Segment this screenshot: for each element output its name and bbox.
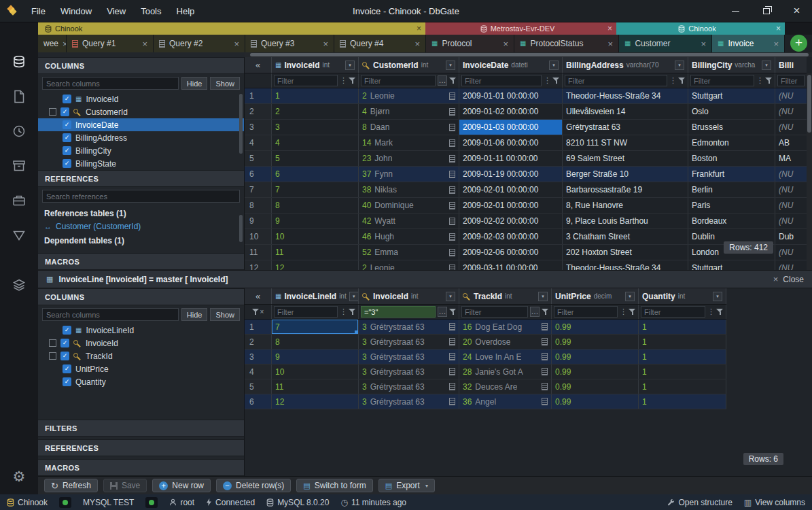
menu-file[interactable]: File <box>24 6 53 16</box>
search-references-input[interactable] <box>42 190 240 203</box>
column-header-invoicedate[interactable]: InvoiceDatedateti▾ <box>459 57 563 73</box>
table-row[interactable]: 5 11 3Grétrystraat 63 32Deuces Are 0.99 … <box>245 379 726 394</box>
checkbox-checked[interactable]: ✓ <box>60 352 69 360</box>
cell-invoicelineid-selected[interactable]: 7 <box>272 320 359 334</box>
cell-billingcity[interactable]: Edmonton <box>688 135 775 150</box>
cell-customerid[interactable]: 52Emma <box>359 245 459 260</box>
menu-window[interactable]: Window <box>53 6 99 16</box>
cell-billingaddress[interactable]: Barbarossastraße 19 <box>563 182 688 197</box>
cell-billingstate[interactable]: (NU <box>775 214 807 228</box>
refresh-button[interactable]: ↻Refresh <box>44 479 98 492</box>
collapse-grid-button[interactable]: « <box>245 288 272 304</box>
cell-billingaddress[interactable]: Berger Straße 10 <box>563 167 688 182</box>
clear-filters-button[interactable]: × <box>245 305 272 319</box>
lookup-button[interactable]: … <box>530 307 540 317</box>
cell-customerid[interactable]: 8Daan <box>359 120 459 135</box>
column-header-billingaddress[interactable]: BillingAddressvarchar(70▾ <box>563 57 688 73</box>
show-button[interactable]: Show <box>210 308 240 321</box>
row-number[interactable]: 5 <box>245 151 272 166</box>
filter-input[interactable] <box>461 75 542 86</box>
close-tab-icon[interactable]: × <box>701 39 706 49</box>
cell-customerid[interactable]: 46Hugh <box>359 229 459 244</box>
cell-invoiceid[interactable]: 1 <box>272 88 359 103</box>
column-menu-button[interactable]: ▾ <box>675 61 684 70</box>
funnel-icon[interactable] <box>349 308 356 316</box>
table-row[interactable]: 4 4 14Mark 2009-01-06 00:00:00 8210 111 … <box>245 135 807 151</box>
close-detail-button[interactable]: ×Close <box>773 274 804 284</box>
column-header-customerid[interactable]: CustomerIdint▾ <box>359 57 459 73</box>
cell-invoiceid[interactable]: 3Grétrystraat 63 <box>359 379 459 394</box>
open-reference-icon[interactable] <box>449 249 455 256</box>
filter-input[interactable] <box>565 75 667 86</box>
show-button[interactable]: Show <box>210 77 240 90</box>
filter-input[interactable] <box>777 75 805 86</box>
connection-name[interactable]: MYSQL TEST <box>83 498 134 507</box>
close-tab-icon[interactable]: × <box>234 39 239 49</box>
column-item-billingcity[interactable]: ✓BillingCity <box>38 144 244 157</box>
open-reference-icon[interactable] <box>449 353 455 360</box>
table-row[interactable]: 12 12 2Leonie 2009-03-11 00:00:00 Theodo… <box>245 260 807 270</box>
row-number[interactable]: 6 <box>245 394 272 409</box>
open-reference-icon[interactable] <box>542 368 548 375</box>
column-header-invoiceid[interactable]: InvoiceIdint▾ <box>359 288 459 304</box>
close-tab-icon[interactable]: × <box>414 39 420 49</box>
checkbox-checked[interactable]: ✓ <box>63 133 71 142</box>
cell-customerid[interactable]: 2Leonie <box>359 88 459 103</box>
cell-billingaddress[interactable]: 202 Hoxton Street <box>563 245 688 260</box>
open-reference-icon[interactable] <box>449 323 455 330</box>
cell-billingaddress[interactable]: Ullevålsveien 14 <box>563 104 688 119</box>
open-reference-icon[interactable] <box>449 108 455 116</box>
column-menu-button[interactable]: ▾ <box>549 61 559 70</box>
row-number[interactable]: 5 <box>245 379 272 394</box>
close-window-button[interactable]: × <box>781 0 812 22</box>
cell-billingaddress[interactable]: 8, Rue Hanovre <box>563 198 688 213</box>
archive-icon[interactable] <box>11 158 27 174</box>
new-tab-button[interactable]: + <box>790 35 807 52</box>
open-reference-icon[interactable] <box>449 139 455 147</box>
cell-billingaddress[interactable]: Theodor-Heuss-Straße 34 <box>563 260 688 270</box>
column-menu-button[interactable]: ▾ <box>625 292 635 301</box>
open-reference-icon[interactable] <box>449 338 455 345</box>
checkbox-checked[interactable]: ✓ <box>60 339 69 347</box>
table-row[interactable]: 6 12 3Grétrystraat 63 36Angel 0.99 1 <box>245 394 726 409</box>
open-reference-icon[interactable] <box>449 124 455 131</box>
new-row-button[interactable]: +New row <box>152 479 211 492</box>
cell-invoiceid[interactable]: 3Grétrystraat 63 <box>359 335 459 349</box>
checkbox-checked[interactable]: ✓ <box>63 159 71 168</box>
table-row[interactable]: 3 3 8Daan 2009-01-03 00:00:00 Grétrystra… <box>245 120 807 135</box>
row-number[interactable]: 4 <box>245 135 272 150</box>
cell-invoicedate-selected[interactable]: 2009-01-03 00:00:00 <box>459 120 563 135</box>
cell-quantity[interactable]: 1 <box>639 364 726 379</box>
cell-invoicedate[interactable]: 2009-02-03 00:00:00 <box>459 229 563 244</box>
cell-billingcity[interactable]: Stuttgart <box>688 88 775 103</box>
cell-invoiceid[interactable]: 3Grétrystraat 63 <box>359 350 459 364</box>
checkbox-checked[interactable]: ✓ <box>60 107 69 116</box>
open-reference-icon[interactable] <box>449 218 455 225</box>
column-item-invoicelineid[interactable]: ✓▦InvoiceLineId <box>38 324 244 337</box>
tab-group-metrostav[interactable]: Metrostav-Evr-DEV × <box>425 22 616 35</box>
cell-invoiceid[interactable]: 8 <box>272 198 359 213</box>
cell-billingaddress[interactable]: 69 Salem Street <box>563 151 688 166</box>
row-number[interactable]: 4 <box>245 364 272 379</box>
cell-invoicedate[interactable]: 2009-02-06 00:00:00 <box>459 245 563 260</box>
open-reference-icon[interactable] <box>449 186 455 194</box>
column-menu-button[interactable]: ▾ <box>345 61 355 70</box>
filters-section-header[interactable]: FILTERS <box>38 420 244 437</box>
cell-invoiceid[interactable]: 3Grétrystraat 63 <box>359 320 459 334</box>
cell-invoiceid[interactable]: 12 <box>272 260 359 270</box>
cell-billingcity[interactable]: Stuttgart <box>688 260 775 270</box>
cell-customerid[interactable]: 42Wyatt <box>359 214 459 228</box>
cell-quantity[interactable]: 1 <box>639 379 726 394</box>
tab-group-chinook-teal[interactable]: Chinook × <box>616 22 785 35</box>
column-item-unitprice[interactable]: ✓UnitPrice <box>38 362 244 375</box>
save-button[interactable]: Save <box>103 479 147 492</box>
cell-billingstate[interactable]: (NU <box>775 104 807 119</box>
lookup-button[interactable]: … <box>438 75 447 86</box>
close-group-icon[interactable]: × <box>417 24 421 33</box>
lookup-button[interactable]: … <box>438 307 447 317</box>
row-number[interactable]: 12 <box>245 260 272 270</box>
switch-to-form-button[interactable]: ▤Switch to form <box>296 479 372 492</box>
cell-invoiceid[interactable]: 9 <box>272 214 359 228</box>
tab-protocolstatus[interactable]: ▦ProtocolStatus× <box>514 35 619 52</box>
panel-scrollbar-thumb[interactable] <box>239 215 243 242</box>
